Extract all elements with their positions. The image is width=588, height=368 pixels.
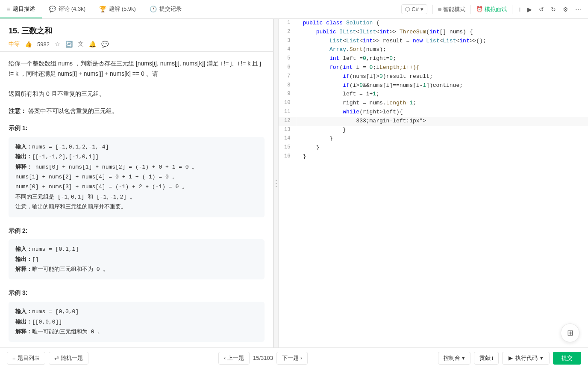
problem-list-button[interactable]: ≡ 题目列表 <box>7 352 45 365</box>
code-table: 1public class Solution {2 public IList<I… <box>279 19 588 161</box>
run-label: 执行代码 <box>515 354 538 362</box>
thumbs-up-icon[interactable]: 👍 <box>25 41 32 47</box>
line-number: 5 <box>279 54 296 63</box>
note-label: 注意： <box>9 107 26 114</box>
random-label: 随机一题 <box>61 354 83 362</box>
table-row: 11 while(right>left){ <box>279 108 588 117</box>
chevron-down-icon: ▾ <box>462 355 465 361</box>
translate-icon[interactable]: 文 <box>78 40 84 48</box>
divider-dot-2 <box>276 183 277 184</box>
divider-dot-1 <box>276 180 277 181</box>
line-code[interactable]: right = nums.Length-1; <box>296 99 588 108</box>
table-row: 15 } <box>279 143 588 152</box>
table-row: 7 if(nums[i]>0)result result; <box>279 72 588 81</box>
example-1: 示例 1: 输入：nums = [-1,0,1,2,-1,-4] 输出：[[-1… <box>9 123 265 217</box>
settings-button[interactable]: ⚙ <box>561 4 570 15</box>
run-button[interactable]: ▶ 执行代码 ▾ <box>502 352 550 365</box>
line-code[interactable]: List<List<int>> result = new List<List<i… <box>296 37 588 46</box>
comment-meta-icon[interactable]: 💬 <box>101 41 109 47</box>
console-button[interactable]: 控制台 ▾ <box>438 352 470 365</box>
table-row: 3 List<List<int>> result = new List<List… <box>279 37 588 46</box>
line-code[interactable]: for(int i = 0;iLength;i++){ <box>296 63 588 72</box>
code-editor[interactable]: 1public class Solution {2 public IList<I… <box>279 19 588 347</box>
example-1-input-label: 输入： <box>15 144 32 150</box>
bottom-left: ≡ 题目列表 ⇄ 随机一题 <box>7 352 88 365</box>
line-code[interactable]: if(nums[i]>0)result result; <box>296 72 588 81</box>
tab-solutions[interactable]: 🏆 题解 (5.9k) <box>92 0 143 18</box>
bell-icon[interactable]: 🔔 <box>89 41 96 47</box>
star-icon[interactable]: ☆ <box>55 41 60 47</box>
difficulty-badge: 中等 <box>9 40 20 48</box>
line-code[interactable]: Array.Sort(nums); <box>296 45 588 54</box>
tab-problem[interactable]: ≡ 题目描述 <box>0 0 42 18</box>
next-button[interactable]: 下一题 › <box>276 352 308 365</box>
table-row: 10 right = nums.Length-1; <box>279 99 588 108</box>
line-number: 16 <box>279 152 296 161</box>
example-3-input: 输入：nums = [0,0,0] <box>15 307 258 317</box>
problem-name: 三数之和 <box>21 27 52 35</box>
language-selector[interactable]: ⬡ C# ▾ <box>401 4 427 14</box>
line-code[interactable]: } <box>296 143 588 152</box>
line-code[interactable]: if(i>0&&nums[i]==nums[i-1])continue; <box>296 81 588 90</box>
list-icon: ≡ <box>12 355 16 361</box>
table-row: 14 } <box>279 134 588 143</box>
table-row: 1public class Solution { <box>279 19 588 28</box>
nav-right-controls: ⬡ C# ▾ 智能模式 ⏰ 模拟面试 i ▶ ↺ ↻ ⚙ ⋯ <box>401 4 588 15</box>
trophy-icon: 🏆 <box>99 6 106 12</box>
smart-mode-toggle[interactable]: 智能模式 <box>438 6 465 13</box>
line-code[interactable]: 333;margin-left:1px"> <box>296 117 588 126</box>
line-number: 6 <box>279 63 296 72</box>
example-3-output: 输出：[[0,0,0]] <box>15 317 258 327</box>
line-code[interactable]: } <box>296 152 588 161</box>
more-button[interactable]: ⋯ <box>573 4 583 15</box>
next-label: 下一题 <box>282 354 299 362</box>
table-row: 8 if(i>0&&nums[i]==nums[i-1])continue; <box>279 81 588 90</box>
prev-button[interactable]: ‹ 上一题 <box>218 352 250 365</box>
submit-button[interactable]: 提交 <box>553 352 581 365</box>
line-code[interactable]: while(right>left){ <box>296 108 588 117</box>
main-content: 15. 三数之和 中等 👍 5982 ☆ 🔄 文 🔔 💬 给你一个整数数组 nu… <box>0 19 588 347</box>
line-number: 10 <box>279 99 296 108</box>
redo-button[interactable]: ↻ <box>549 4 558 15</box>
line-number: 11 <box>279 108 296 117</box>
line-code[interactable]: int left =0,right=0; <box>296 54 588 63</box>
problem-header: 15. 三数之和 中等 👍 5982 ☆ 🔄 文 🔔 💬 <box>0 19 273 52</box>
tab-submissions[interactable]: 🕐 提交记录 <box>143 0 188 18</box>
fab-button[interactable]: ⊞ <box>561 323 579 342</box>
line-code[interactable]: } <box>296 126 588 135</box>
tab-comments[interactable]: 💬 评论 (4.3k) <box>42 0 92 18</box>
comment-icon: 💬 <box>49 6 56 12</box>
undo-button[interactable]: ↺ <box>537 4 546 15</box>
table-row: 6 for(int i = 0;iLength;i++){ <box>279 63 588 72</box>
run-chevron: ▾ <box>540 355 543 361</box>
tab-problem-label: 题目描述 <box>13 5 35 13</box>
play-button[interactable]: ▶ <box>526 4 534 15</box>
line-code[interactable]: public class Solution { <box>296 19 588 28</box>
mock-interview-btn[interactable]: ⏰ 模拟面试 <box>476 6 507 13</box>
problem-list-label: 题目列表 <box>18 354 40 362</box>
chevron-right-icon: › <box>300 355 302 361</box>
line-number: 8 <box>279 81 296 90</box>
example-1-output-label: 输出： <box>15 154 32 160</box>
random-button[interactable]: ⇄ 随机一题 <box>49 352 88 365</box>
line-number: 7 <box>279 72 296 81</box>
panel-divider[interactable] <box>273 19 279 347</box>
play-icon: ▶ <box>509 355 513 361</box>
example-3-box: 输入：nums = [0,0,0] 输出：[[0,0,0]] 解释：唯一可能的三… <box>9 302 265 342</box>
line-code[interactable]: } <box>296 134 588 143</box>
line-number: 2 <box>279 28 296 37</box>
line-number: 4 <box>279 45 296 54</box>
line-number: 9 <box>279 90 296 99</box>
refresh-icon[interactable]: 🔄 <box>65 41 73 47</box>
contribute-button[interactable]: 贡献 i <box>474 352 499 365</box>
problem-desc-text: 给你一个整数数组 nums ，判断是否存在三元组 [nums[i], nums[… <box>9 59 265 79</box>
line-code[interactable]: public IList<IList<int>> ThreeSum(int[] … <box>296 28 588 37</box>
info-button[interactable]: i <box>517 4 522 15</box>
divider-dot-3 <box>276 186 277 187</box>
line-code[interactable]: left = i+1; <box>296 90 588 99</box>
nav-sep-1 <box>432 5 433 14</box>
example-2-box: 输入：nums = [0,1,1] 输出：[] 解释：唯一可能的三元组和不为 0… <box>9 239 265 279</box>
fab-icon: ⊞ <box>567 328 573 338</box>
shuffle-icon: ⇄ <box>54 355 59 361</box>
example-2-explanation: 解释：唯一可能的三元组和不为 0 。 <box>15 264 258 274</box>
